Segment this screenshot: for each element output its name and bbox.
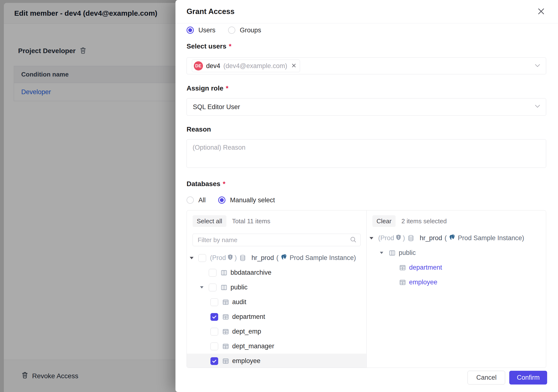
tree-row-table[interactable]: dept_manager	[187, 339, 366, 354]
table-icon	[399, 279, 406, 286]
total-items-label: Total 11 items	[232, 218, 270, 225]
database-mode-radios: All Manually select	[187, 195, 546, 205]
tree-row-database[interactable]: (Prod) hr_prod (Prod Sample Instance)	[187, 251, 366, 265]
avatar: DE	[194, 61, 203, 70]
checkbox[interactable]	[210, 328, 218, 336]
caret-down-icon[interactable]	[190, 257, 198, 259]
table-icon	[222, 313, 229, 321]
filter-input[interactable]	[192, 234, 361, 246]
tree-row-schema[interactable]: public	[366, 245, 546, 260]
cancel-button[interactable]: Cancel	[468, 371, 505, 384]
source-pane: Select all Total 11 items (Prod) h	[187, 210, 366, 368]
schema-icon	[220, 284, 227, 291]
radio-users-control[interactable]	[187, 26, 194, 34]
assign-role-value: SQL Editor User	[193, 103, 240, 111]
caret-down-icon[interactable]	[380, 252, 389, 254]
tree-row-selected-table[interactable]: department	[366, 260, 546, 275]
caret-down-icon[interactable]	[200, 286, 209, 288]
radio-groups[interactable]: Groups	[228, 26, 262, 34]
checkbox[interactable]	[210, 298, 218, 306]
search-icon	[349, 236, 357, 244]
radio-manually-select[interactable]: Manually select	[218, 196, 275, 204]
checkbox-checked[interactable]	[210, 313, 218, 321]
table-icon	[222, 299, 229, 306]
shield-icon	[395, 234, 401, 242]
database-name: hr_prod	[420, 234, 442, 242]
table-name: audit	[232, 298, 246, 306]
user-tag-name: dev4	[206, 62, 220, 70]
checkbox-checked[interactable]	[210, 357, 218, 365]
required-asterisk: *	[223, 180, 226, 188]
selected-count-label: 2 items selected	[401, 218, 447, 225]
required-asterisk: *	[226, 84, 228, 92]
remove-icon	[291, 62, 297, 69]
radio-manual-control[interactable]	[218, 196, 226, 204]
radio-users-label: Users	[198, 26, 216, 34]
table-icon	[222, 343, 229, 350]
checkbox[interactable]	[209, 284, 217, 291]
table-name: department	[232, 313, 265, 321]
schema-icon	[220, 269, 227, 276]
select-all-button[interactable]: Select all	[192, 215, 227, 227]
tree-row-table[interactable]: dept_emp	[187, 324, 366, 339]
radio-all-control[interactable]	[187, 196, 194, 204]
assign-role-select[interactable]: SQL Editor User	[187, 98, 546, 116]
schema-name: public	[230, 284, 248, 291]
checkbox[interactable]	[210, 342, 218, 350]
radio-groups-control[interactable]	[228, 26, 235, 34]
postgresql-icon	[449, 234, 456, 243]
tree-row-table[interactable]: audit	[187, 295, 366, 309]
radio-all-label: All	[198, 196, 206, 204]
tree-row-selected-table[interactable]: employee	[366, 275, 546, 290]
radio-groups-label: Groups	[240, 26, 262, 34]
radio-manual-label: Manually select	[230, 196, 275, 204]
target-tree: (Prod) hr_prod (Prod Sample Instance) pu…	[366, 231, 546, 290]
database-icon	[407, 235, 414, 242]
principal-type-radios: Users Groups	[187, 25, 546, 35]
radio-all-databases[interactable]: All	[187, 196, 206, 204]
tree-row-database[interactable]: (Prod) hr_prod (Prod Sample Instance)	[366, 231, 546, 245]
remove-user-button[interactable]	[291, 62, 297, 69]
database-icon	[239, 254, 246, 261]
clear-button[interactable]: Clear	[372, 215, 396, 227]
grant-access-modal: Grant Access Users Groups Select users* …	[175, 0, 558, 392]
shield-icon	[227, 254, 233, 262]
schema-name: public	[399, 249, 416, 257]
databases-label: Databases*	[187, 180, 546, 188]
tree-row-schema[interactable]: bbdataarchive	[187, 265, 366, 280]
table-name: employee	[232, 357, 261, 365]
source-tree: (Prod) hr_prod (Prod Sample Instance) bb…	[187, 251, 366, 368]
schema-icon	[389, 249, 396, 257]
checkbox[interactable]	[209, 269, 217, 277]
modal-title: Grant Access	[187, 7, 235, 16]
select-users-label: Select users*	[187, 42, 546, 51]
table-icon	[222, 328, 229, 335]
selected-table-name: employee	[409, 279, 437, 286]
database-name: hr_prod	[252, 254, 274, 262]
tree-row-schema[interactable]: public	[187, 280, 366, 295]
table-icon	[222, 357, 229, 365]
table-name: dept_emp	[232, 328, 261, 335]
caret-down-icon[interactable]	[369, 237, 378, 239]
tree-row-table-highlighted[interactable]: employee	[187, 354, 366, 368]
chevron-down-icon	[534, 62, 541, 70]
select-users-field[interactable]: DE dev4 (dev4@example.com)	[187, 57, 546, 74]
target-pane: Clear 2 items selected (Prod) hr_prod (P…	[366, 210, 546, 368]
selected-table-name: department	[409, 264, 442, 271]
close-button[interactable]	[537, 7, 545, 17]
table-icon	[399, 264, 406, 271]
tree-row-table[interactable]: department	[187, 309, 366, 324]
close-icon	[537, 7, 545, 17]
checkbox[interactable]	[198, 254, 206, 262]
user-tag-email: (dev4@example.com)	[224, 62, 288, 70]
reason-input[interactable]	[187, 139, 546, 168]
schema-name: bbdataarchive	[230, 269, 271, 276]
user-tag: DE dev4 (dev4@example.com)	[192, 60, 300, 72]
assign-role-label: Assign role*	[187, 84, 546, 92]
postgresql-icon	[280, 253, 288, 262]
radio-users[interactable]: Users	[187, 26, 216, 34]
chevron-down-icon	[534, 103, 541, 112]
database-transfer-panel: Select all Total 11 items (Prod) h	[187, 210, 546, 368]
confirm-button[interactable]: Confirm	[509, 371, 547, 384]
required-asterisk: *	[229, 42, 231, 51]
